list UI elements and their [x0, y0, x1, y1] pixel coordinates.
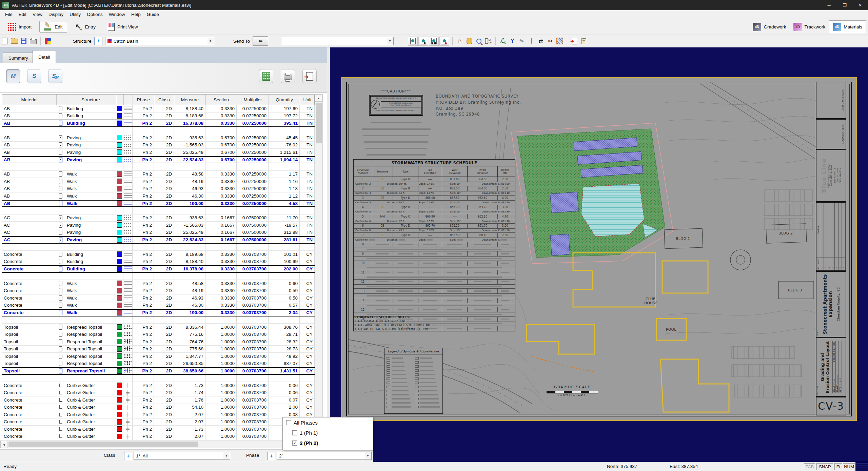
swap-tool-button[interactable]: ⇄ — [536, 36, 546, 46]
minimize-button[interactable]: ─ — [821, 0, 837, 10]
table-row[interactable]: TopsoilRespread TopsoilPh 22D26,650.851.… — [2, 360, 315, 368]
table-row[interactable]: ConcreteCurb & Gutter╪Ph 22D2.071.00000.… — [2, 418, 315, 426]
column-header-icon[interactable] — [124, 95, 133, 105]
table-row[interactable]: TopsoilRespread TopsoilPh 22D1,347.771.0… — [2, 353, 315, 360]
table-row[interactable]: ABPavingPh 22D-1,565.030.67000.07250000-… — [2, 142, 315, 149]
table-row[interactable]: ACPavingPh 22D25,025.490.16670.075000003… — [2, 229, 315, 237]
open-file-button[interactable] — [9, 36, 19, 46]
view-m-button[interactable]: M — [6, 69, 20, 83]
phase-option-1-ph-1-[interactable]: 1 (Ph 1) — [283, 428, 373, 438]
table-row[interactable]: ABWalkPh 22D46.300.33300.072500001.12TN — [2, 192, 315, 200]
column-header-unit[interactable]: Unit — [300, 95, 315, 105]
class-combo[interactable]: 1*, All ▼ — [134, 452, 230, 460]
inspect-button[interactable] — [474, 36, 484, 46]
probe-tool-button[interactable]: ⌡ — [527, 36, 536, 46]
subtotal-row[interactable]: TopsoilRespread TopsoilPh 22D38,650.661.… — [2, 367, 315, 375]
send-to-combo[interactable]: ▼ — [282, 37, 394, 45]
column-header-class[interactable]: Class — [154, 95, 174, 105]
home-view-button[interactable]: ⌂ — [455, 36, 465, 46]
mode-materials-button[interactable]: 4DMaterials — [829, 20, 866, 33]
table-row[interactable]: ABPavingPh 22D-935.630.67000.07250000-45… — [2, 134, 315, 142]
vertical-scrollbar[interactable]: ▲ ▼ — [315, 94, 323, 441]
table-row[interactable]: ACPavingPh 22D-935.630.16670.07500000-11… — [2, 214, 315, 222]
column-header-icon[interactable] — [57, 95, 65, 105]
trim-tool-button[interactable]: ✂ — [546, 36, 555, 46]
table-row[interactable]: TopsoilRespread TopsoilPh 22D775.161.000… — [2, 331, 315, 339]
zoom-text-button[interactable] — [439, 37, 449, 46]
checkbox[interactable] — [286, 420, 291, 425]
panel-splitter[interactable] — [327, 47, 330, 462]
status-toggle-ft[interactable]: Ft — [834, 463, 842, 470]
status-toggle-num[interactable]: NUM — [843, 463, 855, 470]
new-file-button[interactable] — [0, 36, 9, 46]
table-row[interactable]: ConcreteCurb & Gutter╪Ph 22D1.731.00000.… — [2, 426, 315, 433]
table-row[interactable]: ConcreteCurb & Gutter╪Ph 22D1.741.00000.… — [2, 389, 315, 397]
toolbar-edit-button[interactable]: Edit — [39, 21, 67, 33]
mode-trackwork-button[interactable]: 4DTrackwork — [790, 20, 829, 33]
tab-detail[interactable]: Detail — [33, 50, 56, 63]
menu-edit[interactable]: Edit — [16, 11, 29, 18]
column-header-measure[interactable]: Measure — [174, 95, 206, 105]
table-row[interactable]: ConcreteWalkPh 22D46.930.33300.037037000… — [2, 294, 315, 302]
table-row[interactable]: ABPavingPh 22D25,025.490.67000.072500001… — [2, 149, 315, 156]
table-row[interactable]: ABWalkPh 22D48.580.33300.072500001.17TN — [2, 171, 315, 178]
resize-grip[interactable] — [855, 462, 868, 471]
class-combo-arrow[interactable]: ▼ — [223, 452, 230, 459]
maximize-button[interactable]: ❐ — [837, 0, 852, 10]
hatch-tool-button[interactable] — [555, 36, 565, 46]
structure-manager-button[interactable] — [43, 36, 53, 46]
column-header-section[interactable]: Section — [206, 95, 237, 105]
table-row[interactable]: ACPavingPh 22D-1,565.030.16670.07500000-… — [2, 222, 315, 229]
table-row[interactable]: ConcreteBuildingPh 22D8,188.400.33300.03… — [2, 258, 315, 266]
status-toggle-tab[interactable]: TAB — [804, 463, 815, 470]
report-button[interactable] — [579, 36, 589, 46]
measure-tool-button[interactable]: ✎ — [517, 36, 527, 46]
column-header-quantity[interactable]: Quantity — [269, 95, 300, 105]
subtotal-row[interactable]: ABPavingPh 22D22,524.830.67000.072500001… — [2, 156, 315, 164]
table-row[interactable]: ABBuildingPh 22D8,189.680.33300.07250000… — [2, 112, 315, 120]
table-row[interactable]: ConcreteCurb & Gutter╪Ph 22D2.071.00000.… — [2, 433, 315, 441]
view-s-button[interactable]: S — [27, 69, 41, 83]
column-header-icon[interactable] — [116, 95, 124, 105]
table-row[interactable]: ABWalkPh 22D46.930.33300.072500001.13TN — [2, 185, 315, 193]
column-header-multiplier[interactable]: Multiplier — [237, 95, 269, 105]
tab-summary[interactable]: Summary — [3, 52, 34, 63]
phase-combo-arrow[interactable]: ▼ — [365, 452, 371, 459]
column-header-phase[interactable]: Phase — [133, 95, 154, 105]
menu-window[interactable]: Window — [106, 11, 128, 18]
table-row[interactable]: ConcreteWalkPh 22D48.580.33300.037037000… — [2, 280, 315, 287]
add-structure-button[interactable]: + — [94, 37, 102, 45]
branch-tool-button[interactable]: Y — [508, 36, 517, 46]
export-spreadsheet-button[interactable] — [259, 69, 273, 83]
export-page-button[interactable] — [570, 36, 579, 46]
table-row[interactable]: ConcreteCurb & Gutter╪Ph 22D1.731.00000.… — [2, 382, 315, 389]
subtotal-row[interactable]: ConcreteWalkPh 22D190.000.33300.03703700… — [2, 309, 315, 316]
zoom-extents-button[interactable] — [408, 37, 418, 46]
table-row[interactable]: ConcreteWalkPh 22D48.190.33300.037037000… — [2, 287, 315, 295]
print-report-button[interactable] — [281, 69, 295, 83]
send-to-button[interactable]: ⬅ — [253, 36, 268, 46]
print-button[interactable] — [28, 36, 38, 46]
menu-guide[interactable]: Guide — [144, 11, 162, 18]
zoom-window-button[interactable] — [418, 37, 428, 46]
subtotal-row[interactable]: ConcreteBuildingPh 22D16,378.080.33300.0… — [2, 265, 315, 273]
close-button[interactable]: ✕ — [852, 0, 868, 10]
zoom-selected-button[interactable] — [429, 37, 439, 46]
subtotal-row[interactable]: ACPavingPh 22D22,524.830.16670.075000002… — [2, 236, 315, 244]
table-row[interactable]: ConcreteCurb & Gutter╪Ph 22D54.101.00000… — [2, 404, 315, 411]
phase-option-all-phases[interactable]: All Phases — [283, 417, 373, 428]
table-row[interactable]: ConcreteBuildingPh 22D8,189.680.33300.03… — [2, 251, 315, 258]
table-row[interactable]: ABWalkPh 22D48.190.33300.072500001.16TN — [2, 178, 315, 185]
send-to-combo-arrow[interactable]: ▼ — [387, 38, 393, 44]
menu-help[interactable]: Help — [128, 11, 144, 18]
toolbar-import-button[interactable]: Import — [3, 21, 36, 33]
menu-file[interactable]: File — [2, 11, 16, 18]
view-sm-button[interactable]: SM — [48, 69, 62, 83]
table-row[interactable]: TopsoilRespread TopsoilPh 22D8,336.441.0… — [2, 324, 315, 331]
phase-combo[interactable]: 2" ▼ — [277, 452, 372, 460]
menu-options[interactable]: Options — [84, 11, 106, 18]
table-row[interactable]: ConcreteCurb & Gutter╪Ph 22D2.071.00000.… — [2, 411, 315, 418]
toolbar-entry-button[interactable]: Entry — [71, 21, 100, 33]
subtotal-row[interactable]: ABWalkPh 22D190.000.33300.072500004.58TN — [2, 200, 315, 207]
menu-utility[interactable]: Utility — [66, 11, 84, 18]
